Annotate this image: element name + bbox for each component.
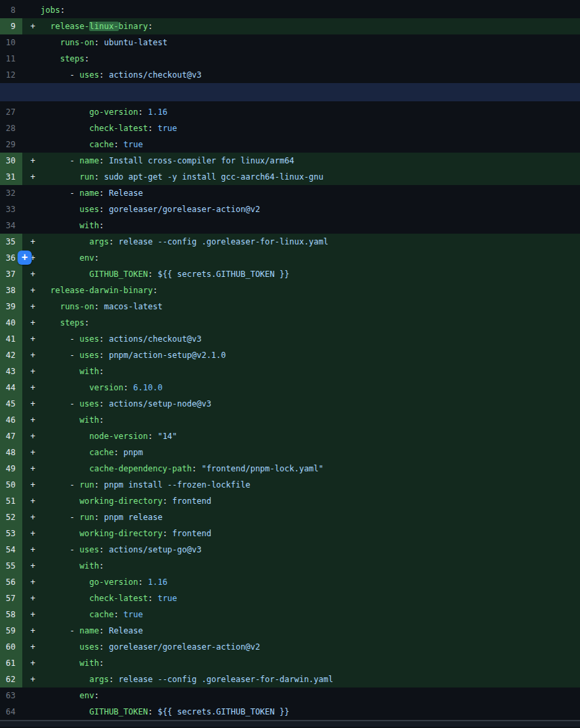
code-token: true	[157, 594, 177, 603]
code-token	[41, 707, 89, 717]
line-number[interactable]: 49	[0, 461, 22, 477]
line-number[interactable]: 8	[0, 2, 22, 18]
line-number[interactable]: 30	[0, 153, 22, 169]
code-token	[41, 432, 89, 441]
line-number[interactable]: 55	[0, 558, 22, 574]
code-line: + release-darwin-binary:	[22, 282, 157, 298]
diff-marker: +	[30, 477, 41, 493]
code-token: go-version	[89, 107, 138, 117]
line-number[interactable]: 51	[0, 493, 22, 509]
line-number[interactable]: 57	[0, 590, 22, 606]
line-number[interactable]: 46	[0, 412, 22, 428]
line-number[interactable]: 37	[0, 266, 22, 282]
code-token: working-directory	[80, 529, 163, 538]
code-token: :	[148, 124, 157, 133]
line-number[interactable]: 60	[0, 639, 22, 655]
code-token: uses	[80, 642, 99, 652]
code-token: working-directory	[80, 496, 163, 506]
code-token: :	[148, 22, 153, 31]
line-number[interactable]: 44	[0, 380, 22, 396]
code-token: :	[163, 529, 172, 538]
line-number[interactable]: 62	[0, 671, 22, 687]
diff-marker: +	[30, 428, 41, 444]
code-token: :	[84, 318, 89, 328]
code-token	[41, 38, 60, 47]
diff-line: 61+ with:	[0, 655, 580, 671]
diff-line: 31+ run: sudo apt-get -y install gcc-aar…	[0, 169, 580, 185]
code-token: -	[41, 156, 80, 165]
line-number[interactable]: 29	[0, 136, 22, 153]
line-number[interactable]: 10	[0, 34, 22, 51]
line-number[interactable]: 42	[0, 347, 22, 363]
code-line: with:	[22, 217, 104, 234]
code-token	[41, 302, 60, 311]
line-number[interactable]: 48	[0, 444, 22, 461]
diff-line: 45+ - uses: actions/setup-node@v3	[0, 396, 580, 412]
line-number[interactable]: 50	[0, 477, 22, 493]
line-number[interactable]: 27	[0, 104, 22, 120]
code-token: true	[157, 124, 177, 133]
diff-line: 63 env:	[0, 687, 580, 704]
line-number[interactable]: 54	[0, 542, 22, 558]
line-number[interactable]: 45	[0, 396, 22, 412]
line-number[interactable]: 43	[0, 363, 22, 380]
code-token: :	[99, 205, 109, 214]
code-token: check-latest	[89, 124, 148, 133]
code-token: "frontend/pnpm-lock.yaml"	[201, 464, 323, 473]
line-number[interactable]: 28	[0, 120, 22, 136]
code-token: :	[60, 5, 65, 15]
line-number[interactable]: 39	[0, 298, 22, 315]
line-number[interactable]: 59	[0, 623, 22, 639]
code-line: + - run: pnpm release	[22, 509, 163, 525]
code-token: ${{ secrets.GITHUB_TOKEN }}	[157, 269, 289, 279]
line-number[interactable]: 32	[0, 185, 22, 201]
code-token: -	[41, 545, 80, 554]
diff-line: 36+ env:+	[0, 250, 580, 266]
diff-line: 64 GITHUB_TOKEN: ${{ secrets.GITHUB_TOKE…	[0, 704, 580, 720]
line-number[interactable]: 11	[0, 51, 22, 67]
line-number[interactable]: 35	[0, 234, 22, 250]
code-token: :	[99, 626, 109, 635]
line-number[interactable]: 12	[0, 67, 22, 83]
diff-marker: +	[30, 380, 41, 396]
code-line: + node-version: "14"	[22, 428, 177, 444]
line-number[interactable]: 58	[0, 606, 22, 623]
line-number[interactable]: 53	[0, 525, 22, 542]
line-number[interactable]: 34	[0, 217, 22, 234]
diff-line: 40+ steps:	[0, 315, 580, 331]
diff-line: 10 runs-on: ubuntu-latest	[0, 34, 580, 51]
code-token: cache	[89, 448, 113, 457]
line-number[interactable]: 63	[0, 687, 22, 704]
line-number[interactable]: 56	[0, 574, 22, 590]
line-number[interactable]: 33	[0, 201, 22, 217]
diff-rows: 8 jobs:9+ release-linux-binary:10 runs-o…	[0, 2, 580, 720]
code-token	[41, 658, 80, 668]
code-line: + version: 6.10.0	[22, 380, 163, 396]
expand-hunk-row[interactable]	[0, 83, 580, 101]
line-number[interactable]: 31	[0, 169, 22, 185]
diff-marker: +	[30, 363, 41, 380]
code-token	[41, 107, 89, 117]
diff-marker: +	[30, 169, 41, 185]
code-token	[41, 675, 89, 684]
line-number[interactable]: 61	[0, 655, 22, 671]
code-line: + release-linux-binary:	[22, 18, 153, 34]
code-token: :	[148, 269, 157, 279]
line-number[interactable]: 9	[0, 18, 22, 34]
code-token: :	[99, 188, 109, 198]
code-token	[41, 54, 60, 63]
diff-line: 52+ - run: pnpm release	[0, 509, 580, 525]
line-number[interactable]: 40	[0, 315, 22, 331]
code-line: + with:	[22, 363, 104, 380]
add-comment-button[interactable]: +	[18, 251, 32, 265]
code-line: + with:	[22, 412, 104, 428]
code-token: -	[41, 350, 80, 360]
line-number[interactable]: 41	[0, 331, 22, 347]
code-token: :	[148, 432, 157, 441]
line-number[interactable]: 47	[0, 428, 22, 444]
line-number[interactable]: 64	[0, 704, 22, 720]
code-token: :	[138, 577, 148, 587]
line-number[interactable]: 52	[0, 509, 22, 525]
line-number[interactable]: 38	[0, 282, 22, 298]
diff-line: 42+ - uses: pnpm/action-setup@v2.1.0	[0, 347, 580, 363]
